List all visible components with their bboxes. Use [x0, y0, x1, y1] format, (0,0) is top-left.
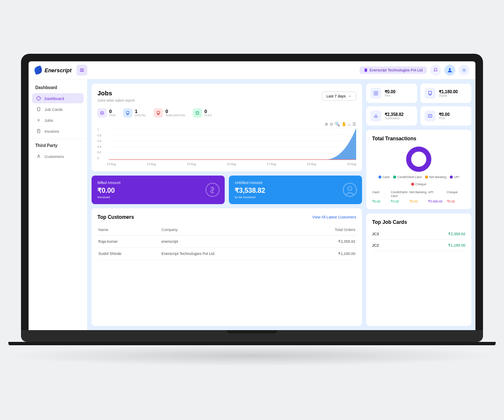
- clipboard-icon: [36, 107, 41, 112]
- chart-xtick: 18 Aug: [307, 163, 316, 165]
- legend-dot: [450, 176, 453, 178]
- metric-label: POD: [439, 117, 449, 120]
- table-row[interactable]: Sushil ShindeEnerscript Technologies Pvt…: [97, 248, 356, 260]
- stat-icon: [123, 108, 132, 118]
- stat-value: 1: [135, 109, 146, 114]
- svg-point-5: [464, 70, 465, 71]
- jobcard-amount: ₹2,358.82: [448, 232, 465, 236]
- tx-value: ₹0.00: [410, 200, 428, 203]
- table-header: Total Orders: [299, 224, 356, 236]
- gauge-icon: [36, 96, 41, 101]
- org-badge[interactable]: Enerscript Technologies Pvt Ltd: [360, 66, 427, 74]
- sidebar-section-dashboard: Dashboard: [32, 84, 84, 92]
- date-range-dropdown[interactable]: Last 7 days: [322, 92, 356, 101]
- chart-ytick: 0.8: [97, 134, 101, 137]
- sidebar-item-label: Jobs: [45, 118, 53, 123]
- building-icon: [364, 68, 368, 72]
- leaf-icon: [33, 65, 43, 75]
- tx-value: ₹0.00: [447, 200, 465, 203]
- chart-ytick: 0.6: [97, 139, 101, 142]
- metric-value: ₹0.00: [385, 89, 395, 94]
- chart-tool-zoom-out-icon[interactable]: ⊖: [330, 122, 333, 126]
- legend-label: Cash: [383, 175, 390, 179]
- svg-point-28: [348, 186, 352, 191]
- legend-item: Cash: [378, 175, 390, 179]
- table-header: Company: [160, 224, 299, 236]
- sidebar-item-label: Customers: [45, 154, 64, 159]
- jobcard-amount: ₹1,180.00: [448, 243, 465, 247]
- tx-value: ₹0.00: [391, 200, 409, 203]
- settings-button[interactable]: [459, 65, 470, 76]
- legend-dot: [393, 176, 396, 178]
- chart-tool-zoom-in-icon[interactable]: ⊕: [325, 122, 328, 126]
- tx-col-header: Credit/Debit Card: [391, 190, 409, 198]
- customer-name: Raja kumar: [97, 236, 160, 248]
- stat-value: 0: [165, 109, 185, 114]
- chart-ytick: 0.2: [97, 151, 101, 154]
- legend-label: Credit/Debit Card: [397, 175, 422, 179]
- chart-tool-home-icon[interactable]: ⌂: [348, 122, 351, 126]
- notifications-button[interactable]: [430, 65, 441, 76]
- unbilled-amount-card: Unbilled Amount ₹3,538.82 to be invoiced: [229, 176, 362, 204]
- sidebar-item-customers[interactable]: Customers: [32, 151, 84, 161]
- chart-ytick: 1: [97, 128, 101, 131]
- chart-toolbar: ⊕ ⊖ 🔍 ✋ ⌂ ☰: [97, 122, 356, 126]
- svg-point-10: [38, 155, 39, 156]
- users-icon: [36, 154, 41, 159]
- legend-label: UPI: [454, 175, 459, 179]
- job-stat-digital: 1DIGITAL: [123, 108, 146, 118]
- jobcard-row[interactable]: JC3₹2,358.82: [372, 228, 465, 240]
- gear-icon: [462, 68, 467, 73]
- brand-name: Enerscript: [45, 67, 71, 74]
- svg-rect-7: [37, 108, 40, 111]
- metric-value: ₹2,358.82: [385, 112, 404, 117]
- chart-ytick: 0.4: [97, 145, 101, 148]
- sidebar-item-jobcards[interactable]: Job Cards: [32, 104, 84, 114]
- transactions-card: Total Transactions CashCredit/Debit Card…: [366, 130, 471, 209]
- tx-value: ₹5,000.00: [428, 200, 446, 203]
- svg-point-27: [343, 183, 357, 197]
- legend-item: Credit/Debit Card: [393, 175, 422, 179]
- sidebar-item-label: Job Cards: [45, 107, 63, 112]
- metric-icon: [425, 88, 436, 99]
- customer-company: enerscript: [160, 236, 299, 248]
- view-all-customers-link[interactable]: View All Latest Customers: [312, 215, 356, 219]
- table-row[interactable]: Raja kumarenerscript₹2,358.82: [97, 236, 356, 248]
- brand-logo[interactable]: Enerscript: [34, 66, 71, 74]
- metric-digital: ₹1,180.00Digital: [420, 84, 471, 103]
- chart-tool-pan-icon[interactable]: ✋: [341, 122, 346, 126]
- chart-xtick: 17 Aug: [267, 163, 276, 165]
- tx-col-header: Cheque: [447, 190, 465, 198]
- top-customers-card: Top Customers View All Latest Customers …: [92, 208, 362, 326]
- user-avatar[interactable]: [444, 65, 455, 76]
- customer-name: Sushil Shinde: [97, 248, 160, 260]
- job-stat-pod: 0POD: [97, 108, 116, 118]
- menu-toggle-button[interactable]: [76, 65, 87, 76]
- dropdown-label: Last 7 days: [326, 94, 346, 98]
- metric-icon: [370, 88, 381, 99]
- sidebar-item-dashboard[interactable]: Dashboard: [32, 93, 84, 103]
- jobs-title: Jobs: [97, 89, 135, 97]
- jobs-card: Jobs Jobs wise sales report Last 7 days: [92, 84, 362, 171]
- chart-xtick: 13 Aug: [107, 163, 116, 165]
- transactions-donut-chart: [406, 147, 431, 172]
- billed-value: ₹0.00: [97, 186, 219, 194]
- sidebar-item-invoices[interactable]: Invoices: [32, 126, 84, 136]
- chart-xtick: 16 Aug: [227, 163, 236, 165]
- receipt-icon: [36, 129, 41, 134]
- user-icon: [447, 67, 453, 73]
- chart-ytick: 0: [97, 157, 101, 160]
- stat-label: POD: [109, 114, 116, 117]
- unbilled-sub: to be invoiced: [235, 195, 356, 199]
- sidebar-item-label: Invoices: [45, 129, 59, 134]
- metric-label: Flex: [385, 94, 395, 97]
- sidebar-item-jobs[interactable]: Jobs: [32, 115, 84, 125]
- chart-tool-search-icon[interactable]: 🔍: [335, 122, 340, 126]
- top-customers-table: NameCompanyTotal Orders Raja kumarenersc…: [97, 224, 356, 260]
- svg-rect-13: [126, 111, 129, 114]
- jobcard-row[interactable]: JC2₹1,180.00: [372, 240, 465, 251]
- chart-xtick: 15 Aug: [187, 163, 196, 165]
- metric-value: ₹1,180.00: [439, 89, 458, 94]
- sidebar: Dashboard Dashboard Job Cards Jobs: [29, 79, 87, 330]
- chart-tool-menu-icon[interactable]: ☰: [352, 122, 356, 126]
